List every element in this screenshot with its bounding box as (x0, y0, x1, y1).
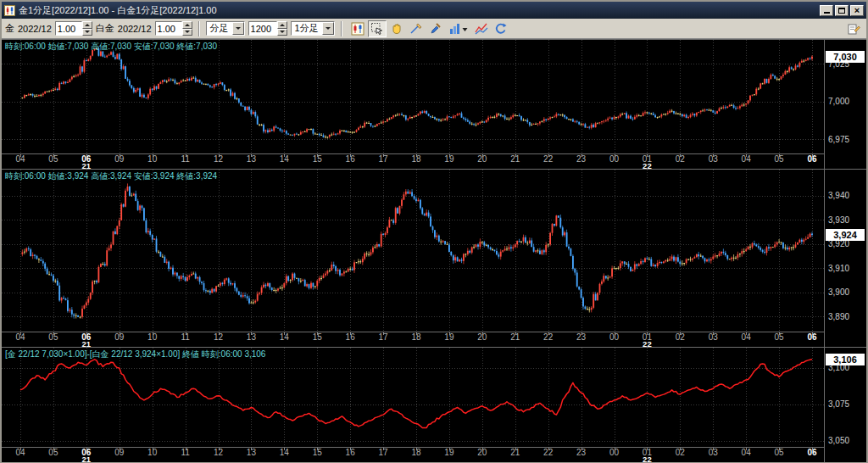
time-label: 14 (280, 449, 289, 457)
time-label: 23 (576, 333, 586, 342)
time-label: 04 (742, 449, 751, 457)
time-label: 21 (510, 449, 520, 457)
platinum-plot-area[interactable]: 時刻:06:00 始値:3,924 高値:3,924 安値:3,924 終値:3… (2, 170, 824, 332)
gold-multiplier-input[interactable] (55, 21, 82, 36)
bar-count-stepper (248, 21, 287, 36)
chart-panel-gold: 時刻:06:00 始値:7,030 高値:7,030 安値:7,030 終値:7… (2, 40, 866, 169)
gold-multiplier-down-button[interactable] (82, 29, 92, 36)
time-label: 06 (807, 449, 816, 457)
price-tick-label: 6,975 (828, 135, 849, 144)
platinum-info-label: 時刻:06:00 始値:3,924 高値:3,924 安値:3,924 終値:3… (5, 170, 217, 182)
time-label: 15 (313, 155, 322, 164)
price-tick-label: 3,075 (828, 399, 849, 409)
time-label: 18 (411, 155, 420, 164)
time-label: 09 (114, 155, 124, 164)
interval-select[interactable]: 1分足 (291, 21, 335, 36)
select-mode-icon[interactable] (368, 20, 387, 37)
time-label: 20 (477, 449, 487, 457)
time-label: 03 (709, 449, 718, 457)
time-label: 15 (313, 449, 322, 457)
platinum-time-axis: 0405060910111213141516171819202122230001… (2, 332, 824, 347)
restore-button[interactable] (835, 5, 849, 16)
time-label: 02 (676, 449, 685, 457)
chart-settings-icon[interactable] (844, 20, 863, 37)
indicator-menu-icon[interactable] (446, 20, 471, 37)
time-label: 03 (709, 333, 718, 342)
time-label: 19 (444, 449, 453, 457)
time-label: 12 (214, 449, 223, 457)
chart-style-icon[interactable] (472, 20, 491, 37)
time-label: 04 (15, 333, 25, 342)
time-label: 11 (181, 449, 189, 457)
spread-plot-area[interactable]: [金 22/12 7,030×1.00]-[白金 22/12 3,924×1.0… (2, 348, 824, 447)
candlestick-chart-icon[interactable] (348, 20, 367, 37)
gold-contract-value: 2022/12 (18, 24, 52, 34)
bar-count-down-button[interactable] (277, 29, 287, 36)
period-type-select[interactable]: 分足 (206, 21, 245, 36)
time-label: 09 (114, 333, 124, 342)
price-tick-label: 7,000 (828, 97, 849, 106)
restore-icon (838, 8, 845, 14)
date-label: 21 (82, 162, 92, 169)
time-label: 22 (543, 449, 553, 457)
chart-area: 時刻:06:00 始値:7,030 高値:7,030 安値:7,030 終値:7… (2, 39, 866, 462)
time-label: 05 (48, 449, 58, 457)
gold-multiplier-stepper (55, 21, 92, 36)
refresh-icon[interactable] (492, 20, 510, 37)
bar-count-up-button[interactable] (277, 21, 287, 29)
platinum-multiplier-up-button[interactable] (182, 21, 192, 29)
platinum-chart-svg (2, 170, 824, 332)
time-label: 06 (807, 333, 816, 342)
time-label: 05 (48, 155, 58, 164)
close-icon: × (854, 6, 860, 14)
platinum-last-price-badge: 3,924 (826, 229, 865, 241)
gold-label: 金 (5, 22, 14, 35)
close-button[interactable]: × (850, 5, 864, 16)
time-label: 05 (775, 333, 784, 342)
time-label: 04 (15, 155, 25, 164)
time-label: 00 (609, 155, 619, 164)
date-label: 21 (82, 455, 92, 462)
app-window: 金1分足[2022/12]1.00 - 白金1分足[2022/12]1.00 ×… (0, 0, 868, 463)
time-label: 17 (379, 155, 388, 164)
date-label: 22 (643, 340, 652, 347)
time-label: 15 (313, 333, 322, 342)
time-label: 20 (477, 155, 487, 164)
time-label: 18 (411, 333, 420, 342)
period-type-dropdown-icon (232, 22, 244, 35)
platinum-label: 白金 (96, 22, 114, 35)
platinum-multiplier-input[interactable] (155, 21, 182, 36)
bar-count-input[interactable] (248, 21, 277, 36)
platinum-multiplier-down-button[interactable] (182, 29, 192, 36)
pan-hand-icon[interactable] (387, 20, 406, 37)
price-tick-label: 3,050 (828, 436, 849, 445)
spread-time-axis: 0405060910111213141516171819202122230001… (2, 447, 824, 462)
period-type-value: 分足 (207, 22, 232, 35)
gold-plot-area[interactable]: 時刻:06:00 始値:7,030 高値:7,030 安値:7,030 終値:7… (2, 40, 824, 153)
interval-value: 1分足 (292, 22, 322, 35)
time-label: 13 (247, 449, 256, 457)
price-tick-label: 3,920 (828, 239, 849, 248)
spread-chart-svg (2, 348, 824, 447)
time-label: 17 (379, 333, 388, 342)
date-label: 22 (643, 162, 652, 169)
up-arrow-icon (85, 24, 90, 26)
minimize-button[interactable] (820, 5, 833, 16)
time-label: 13 (247, 333, 256, 342)
time-label: 12 (214, 333, 223, 342)
time-label: 04 (742, 155, 751, 164)
app-icon (4, 5, 15, 16)
down-arrow-icon (280, 31, 285, 33)
time-label: 16 (346, 333, 355, 342)
time-label: 19 (444, 155, 453, 164)
time-label: 19 (444, 333, 453, 342)
up-arrow-icon (185, 24, 190, 26)
gold-multiplier-up-button[interactable] (82, 21, 92, 29)
window-title: 金1分足[2022/12]1.00 - 白金1分足[2022/12]1.00 (19, 4, 816, 17)
toolbar: 金 2022/12 白金 2022/12 分足 (2, 19, 866, 39)
gold-price-axis: 7,030 7,0257,0006,975 (824, 40, 866, 169)
spread-price-axis: 3,106 3,1003,0753,050 (824, 348, 866, 462)
draw-tool-icon[interactable] (426, 20, 445, 37)
gold-time-axis: 0405060910111213141516171819202122230001… (2, 153, 824, 169)
trendline-icon[interactable] (407, 20, 426, 37)
